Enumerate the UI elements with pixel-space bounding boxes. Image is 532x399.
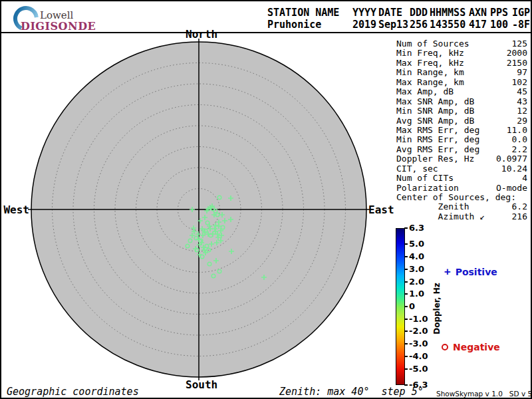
stats-row: Num of CITs4 xyxy=(396,174,527,183)
coordinates-mode-label: Geographic coordinates xyxy=(7,386,139,398)
colorbar-tick-mark xyxy=(404,227,408,229)
stats-row: Doppler Res, Hz0.0977 xyxy=(396,154,527,164)
compass-south-label: South xyxy=(186,378,212,391)
compass-east-label: East xyxy=(368,203,394,216)
stats-label: Polarization xyxy=(396,184,459,193)
version-label: ShowSkymap v 1.0 SD v 5.1 xyxy=(436,390,532,398)
doppler-colorbar xyxy=(396,228,405,385)
stats-row: Num of Sources125 xyxy=(396,39,527,49)
stats-label: Center of Sources, deg: xyxy=(396,193,516,202)
stats-row: Zenith6.2 xyxy=(396,202,527,211)
stats-label: Azimuth ↙ xyxy=(396,212,485,221)
colorbar-tick-mark xyxy=(404,306,408,307)
colorbar-tick-label: -2.0 xyxy=(409,327,428,336)
measurement-stats-panel: Num of Sources125Min Freq, kHz2000Max Fr… xyxy=(396,39,527,221)
stats-label: Max Range, km xyxy=(396,78,464,87)
stats-value: 0.0977 xyxy=(496,154,527,164)
compass-west-label: West xyxy=(3,203,29,216)
stats-row: Max RMS Err, deg11.0 xyxy=(396,126,527,135)
stats-value: O-mode xyxy=(496,184,527,193)
stats-row: Avg SNR Amp, dB29 xyxy=(396,116,527,126)
colorbar-tick-mark xyxy=(404,356,408,357)
stats-label: Num of CITs xyxy=(396,174,454,183)
stats-value: 2150 xyxy=(507,59,527,68)
stats-row: Max Freq, kHz2150 xyxy=(396,59,527,68)
circle-marker-icon xyxy=(442,344,448,350)
legend-positive-label: Positive xyxy=(456,267,497,277)
stats-label: Doppler Res, Hz xyxy=(396,154,474,164)
stats-row: PolarizationO-mode xyxy=(396,184,527,193)
stats-value: 2.2 xyxy=(512,145,527,154)
stats-value: 102 xyxy=(512,78,527,87)
stats-value: 97 xyxy=(517,68,527,77)
stats-label: Max Amp, dB xyxy=(396,87,454,96)
stats-label: Min SNR Amp, dB xyxy=(396,106,474,116)
stats-value: 45 xyxy=(517,87,527,96)
colorbar-tick-label: -4.0 xyxy=(409,352,428,361)
legend-negative: Negative xyxy=(442,342,500,352)
zenith-range-label: Zenith: max 40° step 5° xyxy=(279,386,424,398)
stats-value: 125 xyxy=(512,39,527,49)
stats-label: Max RMS Err, deg xyxy=(396,126,479,135)
colorbar-tick-label: 6.3 xyxy=(409,223,424,233)
stats-label: Min RMS Err, deg xyxy=(396,135,479,144)
stats-label: Num of Sources xyxy=(396,39,469,49)
stats-row: CIT, sec10.24 xyxy=(396,164,527,174)
stats-label: Avg RMS Err, deg xyxy=(396,145,479,154)
colorbar-tick-label: -3.0 xyxy=(409,339,428,348)
stats-value: 43 xyxy=(517,97,527,106)
stats-row: Min RMS Err, deg0.0 xyxy=(396,135,527,144)
legend-negative-label: Negative xyxy=(453,342,500,352)
colorbar-tick-label: -5.0 xyxy=(409,364,428,374)
plus-marker-icon: + xyxy=(444,265,451,278)
stats-label: CIT, sec xyxy=(396,164,438,174)
stats-row: Max Amp, dB45 xyxy=(396,87,527,96)
stats-row: Azimuth ↙216 xyxy=(396,212,527,221)
stats-value: 6.2 xyxy=(512,202,527,211)
stats-row: Min SNR Amp, dB12 xyxy=(396,106,527,116)
stats-label: Zenith xyxy=(396,202,469,211)
stats-label: Max SNR Amp, dB xyxy=(396,97,474,106)
colorbar-tick-label: 5.0 xyxy=(409,239,424,249)
colorbar-tick-mark xyxy=(404,293,408,295)
stats-label: Min Range, km xyxy=(396,68,464,77)
stats-value: 0.0 xyxy=(512,135,527,144)
colorbar-tick-mark xyxy=(404,343,408,344)
stats-value: 2000 xyxy=(507,49,527,58)
colorbar-tick-label: 4.0 xyxy=(409,252,424,261)
stats-value: 4 xyxy=(522,174,527,183)
legend-positive: + Positive xyxy=(444,265,497,278)
stats-value: 10.24 xyxy=(501,164,527,174)
colorbar-tick-label: 0 xyxy=(409,302,415,311)
stats-row: Center of Sources, deg: xyxy=(396,193,527,202)
colorbar-tick-mark xyxy=(404,256,408,257)
colorbar-tick-mark xyxy=(404,243,408,245)
colorbar-tick-label: 1.0 xyxy=(409,289,424,299)
stats-value: 11.0 xyxy=(507,126,527,135)
stats-row: Min Range, km97 xyxy=(396,68,527,77)
colorbar-tick-mark xyxy=(404,269,408,270)
stats-row: Min Freq, kHz2000 xyxy=(396,49,527,58)
compass-north-label: North xyxy=(186,28,212,41)
stats-label: Min Freq, kHz xyxy=(396,49,464,58)
stats-value: 216 xyxy=(512,212,527,221)
stats-label: Max Freq, kHz xyxy=(396,59,464,68)
stats-value: 29 xyxy=(517,116,527,126)
colorbar-tick-label: 2.0 xyxy=(409,277,424,287)
showskymap-window: Lowell DIGISONDE STATION NAMEPruhoniceYY… xyxy=(0,0,532,399)
colorbar-tick-mark xyxy=(404,368,408,370)
colorbar-tick-mark xyxy=(404,319,408,320)
colorbar-tick-mark xyxy=(404,281,408,283)
colorbar-axis-label: Doppler, Hz xyxy=(432,283,442,334)
stats-label: Avg SNR Amp, dB xyxy=(396,116,474,126)
stats-row: Max SNR Amp, dB43 xyxy=(396,97,527,106)
colorbar-tick-mark xyxy=(404,331,408,332)
stats-row: Max Range, km102 xyxy=(396,78,527,87)
colorbar-tick-label: 3.0 xyxy=(409,265,424,274)
stats-value: 12 xyxy=(517,106,527,116)
colorbar-tick-label: -1.0 xyxy=(409,315,428,324)
stats-row: Avg RMS Err, deg2.2 xyxy=(396,145,527,154)
